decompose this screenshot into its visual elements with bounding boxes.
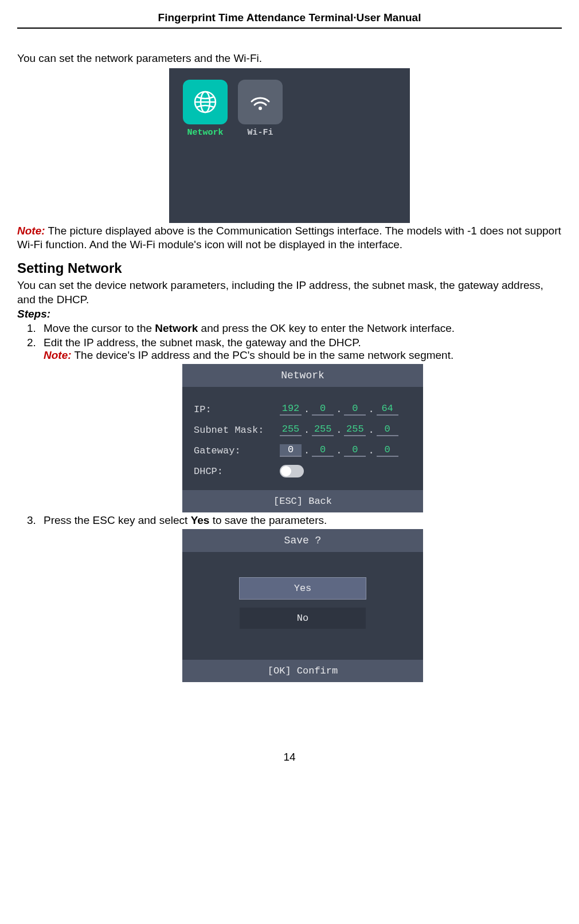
step-2: Edit the IP address, the subnet mask, th… <box>39 336 562 512</box>
shot3-footer: [OK] Confirm <box>182 660 423 682</box>
ip-label: IP: <box>194 404 280 415</box>
wifi-icon <box>238 80 283 124</box>
shot3-title: Save ? <box>182 529 423 552</box>
svg-point-3 <box>259 107 262 110</box>
dhcp-label: DHCP: <box>194 466 280 477</box>
step-1: Move the cursor to the Network and press… <box>39 322 562 335</box>
tile-network-label: Network <box>183 128 228 138</box>
dhcp-toggle[interactable] <box>280 465 304 477</box>
note-text: The picture displayed above is the Commu… <box>17 225 561 251</box>
note-label: Note: <box>17 225 45 237</box>
tile-network[interactable]: Network <box>183 80 228 138</box>
steps-list: Move the cursor to the Network and press… <box>17 322 562 682</box>
screenshot-save-dialog: Save ? Yes No [OK] Confirm <box>182 529 423 682</box>
ip-field[interactable]: 192.0.0.64 <box>280 403 398 416</box>
no-button[interactable]: No <box>240 608 366 629</box>
section-intro: You can set the device network parameter… <box>17 279 562 307</box>
mask-label: Subnet Mask: <box>194 425 280 436</box>
step-3: Press the ESC key and select Yes to save… <box>39 514 562 682</box>
gw-field[interactable]: 0.0.0.0 <box>280 444 398 457</box>
section-heading: Setting Network <box>17 260 562 276</box>
tile-wifi[interactable]: Wi-Fi <box>238 80 283 138</box>
mask-field[interactable]: 255.255.255.0 <box>280 424 398 436</box>
intro-text: You can set the network parameters and t… <box>17 52 562 66</box>
page-number: 14 <box>17 751 562 764</box>
yes-button[interactable]: Yes <box>239 577 366 600</box>
screenshot-network-settings: Network IP: 192.0.0.64 Subnet Mask: 255.… <box>182 364 423 512</box>
doc-header: Fingerprint Time Attendance Terminal·Use… <box>17 11 562 29</box>
note-1: Note: The picture displayed above is the… <box>17 224 562 252</box>
toggle-knob <box>281 466 291 476</box>
globe-icon <box>183 80 228 124</box>
screenshot-comm-settings: Network Wi-Fi <box>169 68 410 223</box>
note-label: Note: <box>44 349 72 361</box>
shot2-title: Network <box>182 364 423 387</box>
tile-wifi-label: Wi-Fi <box>238 128 283 138</box>
gw-label: Gateway: <box>194 445 280 456</box>
steps-label: Steps: <box>17 308 562 320</box>
shot2-footer: [ESC] Back <box>182 490 423 512</box>
